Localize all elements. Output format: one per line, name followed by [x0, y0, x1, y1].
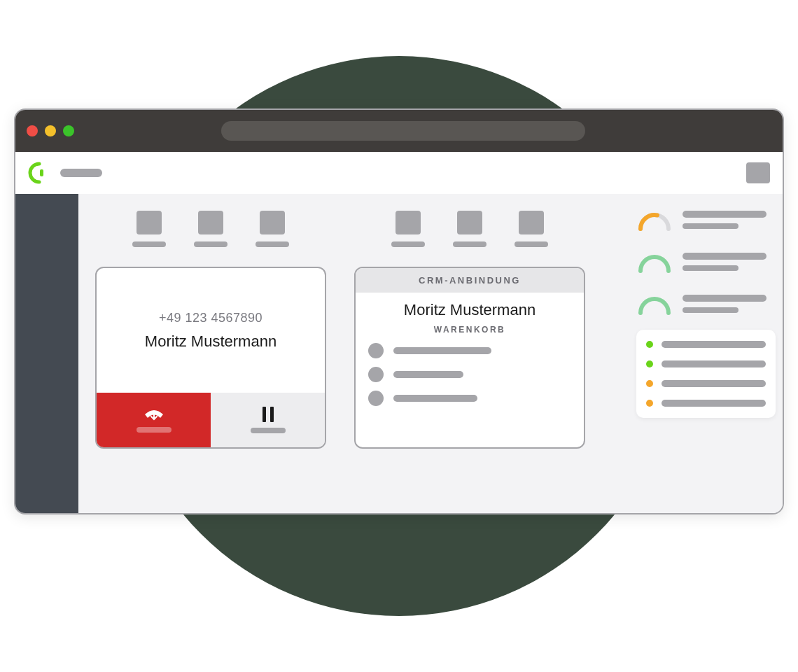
crm-tab-1[interactable]	[391, 211, 425, 247]
pause-label-placeholder	[251, 428, 286, 433]
status-dot-icon	[646, 360, 653, 368]
pause-icon	[262, 407, 274, 422]
gauge-icon	[636, 248, 673, 275]
status-label-placeholder	[662, 400, 766, 407]
cart-list	[368, 343, 571, 406]
cart-item-icon	[368, 343, 384, 358]
tab-icon	[396, 211, 421, 234]
call-info: +49 123 4567890 Moritz Mustermann	[97, 268, 325, 393]
hangup-button[interactable]	[97, 393, 211, 447]
tab-icon	[519, 211, 544, 234]
window-titlebar	[15, 110, 783, 152]
content-area: +49 123 4567890 Moritz Mustermann	[15, 194, 783, 513]
cart-item-label-placeholder	[393, 347, 491, 354]
tab-label-placeholder	[391, 241, 425, 247]
gauge-row	[636, 206, 776, 233]
gauge-text-placeholder	[682, 211, 776, 229]
hangup-icon	[144, 407, 164, 421]
tab-icon	[260, 211, 285, 234]
caller-name: Moritz Mustermann	[145, 332, 276, 351]
caller-phone: +49 123 4567890	[159, 311, 262, 326]
crm-tab-2[interactable]	[453, 211, 486, 247]
header-menu-button[interactable]	[746, 162, 770, 183]
cart-section-label: WARENKORB	[434, 325, 506, 335]
cart-item[interactable]	[368, 343, 571, 358]
cart-item[interactable]	[368, 367, 571, 382]
svg-rect-0	[40, 169, 43, 176]
gauge-row	[636, 290, 776, 317]
main-panel: +49 123 4567890 Moritz Mustermann	[78, 194, 632, 513]
status-label-placeholder	[662, 360, 766, 368]
app-window: +49 123 4567890 Moritz Mustermann	[14, 108, 784, 514]
status-dot-icon	[646, 400, 653, 407]
status-list-panel	[636, 330, 776, 418]
gauge-row	[636, 248, 776, 275]
status-label-placeholder	[662, 380, 766, 387]
cart-item-icon	[368, 367, 384, 382]
gauge-icon	[636, 206, 673, 233]
crm-column: CRM-ANBINDUNG Moritz Mustermann WARENKOR…	[354, 211, 585, 513]
app-header	[15, 152, 783, 194]
crm-tabs	[354, 211, 585, 247]
status-dot-icon	[646, 380, 653, 387]
call-tab-1[interactable]	[132, 211, 166, 247]
window-controls	[27, 125, 74, 136]
active-call-card: +49 123 4567890 Moritz Mustermann	[95, 267, 326, 449]
gauge-list	[636, 206, 776, 317]
address-bar[interactable]	[221, 121, 585, 141]
tab-label-placeholder	[194, 241, 227, 247]
gauge-text-placeholder	[682, 253, 776, 271]
gauge-text-placeholder	[682, 295, 776, 313]
cart-item-icon	[368, 391, 384, 406]
status-dot-icon	[646, 341, 653, 348]
tab-icon	[198, 211, 223, 234]
right-panel	[632, 194, 783, 513]
tab-label-placeholder	[453, 241, 486, 247]
cart-item-label-placeholder	[393, 371, 463, 378]
call-tabs	[95, 211, 326, 247]
crm-tab-3[interactable]	[514, 211, 548, 247]
call-column: +49 123 4567890 Moritz Mustermann	[95, 211, 326, 513]
tab-icon	[457, 211, 482, 234]
minimize-window-button[interactable]	[45, 125, 56, 136]
status-list-item[interactable]	[646, 380, 766, 387]
maximize-window-button[interactable]	[63, 125, 74, 136]
tab-icon	[136, 211, 162, 234]
status-list-item[interactable]	[646, 400, 766, 407]
status-list-item[interactable]	[646, 360, 766, 368]
crm-card-header: CRM-ANBINDUNG	[356, 268, 584, 293]
close-window-button[interactable]	[27, 125, 38, 136]
tab-label-placeholder	[132, 241, 166, 247]
gauge-icon	[636, 290, 673, 317]
call-tab-2[interactable]	[194, 211, 227, 247]
crm-card-body: Moritz Mustermann WARENKORB	[356, 293, 584, 447]
app-logo-icon	[28, 162, 50, 184]
call-actions	[97, 393, 325, 447]
cart-item-label-placeholder	[393, 395, 477, 402]
status-list-item[interactable]	[646, 341, 766, 348]
crm-customer-name: Moritz Mustermann	[404, 301, 536, 319]
sidebar	[15, 194, 78, 513]
status-label-placeholder	[662, 341, 766, 348]
call-tab-3[interactable]	[255, 211, 289, 247]
pause-button[interactable]	[211, 393, 325, 447]
hangup-label-placeholder	[136, 427, 172, 433]
app-title-placeholder	[60, 169, 102, 177]
crm-card: CRM-ANBINDUNG Moritz Mustermann WARENKOR…	[354, 267, 585, 449]
tab-label-placeholder	[514, 241, 548, 247]
tab-label-placeholder	[255, 241, 289, 247]
cart-item[interactable]	[368, 391, 571, 406]
